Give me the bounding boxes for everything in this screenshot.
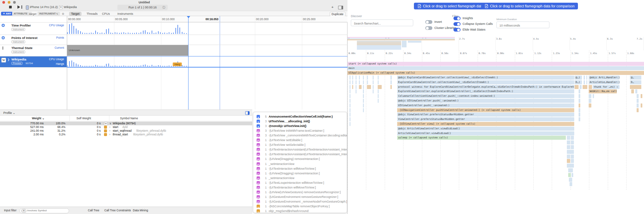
flame-frame[interactable] xyxy=(363,99,364,103)
inspector-toggle-icon[interactable] xyxy=(245,111,250,115)
flame-frame[interactable] xyxy=(567,159,570,163)
flame-frame[interactable] xyxy=(363,103,364,108)
stack-list-item[interactable]: 3UITextView.__allocating_init() xyxy=(253,119,347,124)
flame-frame[interactable] xyxy=(363,108,364,112)
stack-list-item[interactable]: 1-[UIGestureEnvironment removeGestureRec… xyxy=(253,195,347,199)
flame-frame[interactable] xyxy=(583,85,587,89)
stack-list-item[interactable]: 3-[UITextView _commonInitWithTextContain… xyxy=(253,133,347,138)
input-filter-field[interactable]: ▼ xyxy=(19,208,69,213)
flame-frame[interactable] xyxy=(356,89,357,93)
stack-list-item[interactable]: 5AnnouncementCollectionViewCell.init(fra… xyxy=(253,114,347,119)
toggle-cluster-libraries[interactable] xyxy=(425,26,432,30)
flame-frame[interactable] xyxy=(571,136,574,140)
flame-frame-labeled[interactable]: main xyxy=(347,66,644,70)
flame-frame[interactable] xyxy=(350,108,351,112)
flame-frame-labeled[interactable]: @objc Arti…Handler:) xyxy=(589,76,620,80)
flame-frame[interactable] xyxy=(350,117,351,121)
detail-view-selector[interactable]: Profile ⌄ xyxy=(3,111,15,115)
flame-frame[interactable] xyxy=(378,80,379,84)
flame-frame[interactable] xyxy=(637,94,639,98)
flame-frame[interactable] xyxy=(631,89,634,93)
flame-frame[interactable] xyxy=(571,159,574,163)
sidebar-item-wikipedia[interactable]: W❯WikipediaProcess90794CPU UsageHangs xyxy=(0,56,67,67)
column-symbol-name[interactable]: Symbol Name xyxy=(120,117,138,120)
flame-frame[interactable] xyxy=(390,85,392,89)
flame-frame[interactable] xyxy=(568,168,573,172)
stack-list-item[interactable]: 1-[UIView(UIViewGestures) removeGestureR… xyxy=(253,190,347,195)
calltree-row[interactable]: 527.00 ms68.4%0 s›startdyld xyxy=(0,125,252,129)
flame-frame[interactable] xyxy=(589,85,592,89)
flame-frame-labeled[interactable]: ColumnarCollectionViewController.push(_:… xyxy=(397,94,574,98)
flame-frame[interactable] xyxy=(635,89,637,93)
flame-frame[interactable] xyxy=(641,94,642,98)
toggle-insights[interactable] xyxy=(453,16,461,20)
footer-tab-call-tree[interactable]: Call Tree xyxy=(88,209,99,212)
track-link-cpu-usage[interactable]: CPU Usage xyxy=(49,57,64,61)
flame-frame[interactable] xyxy=(363,76,364,80)
flame-frame-labeled[interactable]: ArticleViewController.viewDidLoad() xyxy=(397,131,574,135)
flame-frame[interactable] xyxy=(567,150,574,154)
footer-tab-call-tree-constraints[interactable]: Call Tree Constraints xyxy=(104,209,131,212)
flame-frame-labeled[interactable]: -[UIViewController view] (+ collapsed sy… xyxy=(397,122,574,126)
stack-list-item[interactable]: 1-[UIView(Dragging) removeInteraction:] xyxy=(253,171,347,176)
flame-frame[interactable] xyxy=(589,94,591,98)
toggle-collapse-system-calls[interactable] xyxy=(453,22,461,26)
flame-frame[interactable] xyxy=(567,155,570,159)
flame-frame[interactable] xyxy=(352,85,353,89)
track-link-cpu-usage[interactable]: CPU Usage xyxy=(49,24,64,27)
flame-frame[interactable] xyxy=(570,182,572,186)
minimum-duration-field[interactable] xyxy=(496,22,549,28)
flamechart-search-field[interactable] xyxy=(351,19,413,26)
playhead-marker-icon[interactable] xyxy=(187,16,190,18)
column-weight[interactable]: Weight ⌄ xyxy=(32,117,45,120)
flame-frame[interactable] xyxy=(641,103,642,108)
flame-frame[interactable] xyxy=(350,99,351,103)
disclosure-chevron-icon[interactable]: ❯ xyxy=(7,58,10,61)
flame-frame[interactable] xyxy=(350,76,351,80)
calltree-row[interactable]: 770.00 ms100.0%0 sW∨Wikipedia (90794) xyxy=(0,122,252,125)
flame-frame[interactable] xyxy=(637,99,639,103)
flame-frame[interactable] xyxy=(584,80,585,84)
stack-list-item[interactable]: 1-[UITextLoupeInteraction willMoveToView… xyxy=(253,180,347,185)
flame-frame-labeled[interactable]: WebKit::Na…em calls) xyxy=(589,89,617,93)
stack-list-item[interactable]: 3@nonobjc UITextView.init() xyxy=(253,124,347,128)
sidebar-item-points-of-interest[interactable]: Points of InterestInstrumentPoints xyxy=(0,35,67,45)
flame-frame[interactable] xyxy=(567,145,570,149)
track-link-current[interactable]: Current xyxy=(55,46,64,49)
sidebar-item-thermal-state[interactable]: Thermal StateInstrumentCurrent xyxy=(0,45,67,56)
flame-frame-labeled[interactable]: D… xyxy=(630,80,641,84)
stack-list-item[interactable]: 3-[UITextView initWithFrame:textContaine… xyxy=(253,128,347,133)
flame-frame[interactable] xyxy=(584,76,585,80)
flame-frame[interactable] xyxy=(367,85,371,89)
flame-frame[interactable] xyxy=(363,89,364,93)
stack-list-item[interactable]: 1-[UIView(Dragging) removeInteraction:] xyxy=(253,157,347,161)
calltree-row[interactable]: 241.00 ms31.2%0 s›start_wqthreadlibsyste… xyxy=(0,129,252,133)
flame-frame[interactable] xyxy=(367,80,368,84)
stack-list-item[interactable]: 1-[UIGestureEnvironment _removeNodeFromG… xyxy=(253,199,347,204)
flame-frame-labeled[interactable]: UIApplicationMain (+ collapsed system ca… xyxy=(347,71,644,75)
flame-frame-labeled[interactable]: UIViewController.push(_:animated:) xyxy=(397,103,574,108)
flame-frame[interactable] xyxy=(579,103,580,108)
toggle-invert[interactable] xyxy=(425,20,432,24)
minimap-selection[interactable] xyxy=(357,41,401,50)
stack-list-item[interactable]: 1-[UITextView setSelectable:] xyxy=(253,142,347,147)
flame-frame[interactable] xyxy=(567,140,570,144)
flame-frame[interactable] xyxy=(359,85,362,89)
flame-frame[interactable] xyxy=(586,80,587,84)
flame-frame[interactable] xyxy=(579,117,580,121)
flame-frame[interactable] xyxy=(363,80,364,84)
select-flamegraph-comparison-button[interactable]: Click or drag to select flamegraph data … xyxy=(481,3,578,9)
stack-list-item[interactable]: 1objc_msgSend$rehashAround: xyxy=(253,209,347,213)
stack-list-item[interactable]: 1-[UITextInteractionAssistant(UITextInte… xyxy=(253,147,347,152)
column-self-weight[interactable]: Self Weight xyxy=(76,117,91,120)
stack-list-item[interactable]: 1-[UITextInteractionAssistant(UITextInte… xyxy=(253,152,347,157)
flame-frame[interactable] xyxy=(567,164,574,168)
disclosure-triangle[interactable]: ∨ xyxy=(109,122,111,125)
flame-frame[interactable] xyxy=(637,108,639,112)
flame-frame[interactable] xyxy=(378,89,379,93)
filter-scope-icon[interactable]: ▼ xyxy=(21,209,26,213)
flame-frame[interactable] xyxy=(580,85,582,89)
flame-frame[interactable] xyxy=(571,140,574,144)
stack-list-item[interactable]: 1-[UITextInteraction willMoveToView:] xyxy=(253,166,347,171)
flame-frame-labeled[interactable]: @objc ViewController.prefersStatusBarHid… xyxy=(397,113,574,117)
